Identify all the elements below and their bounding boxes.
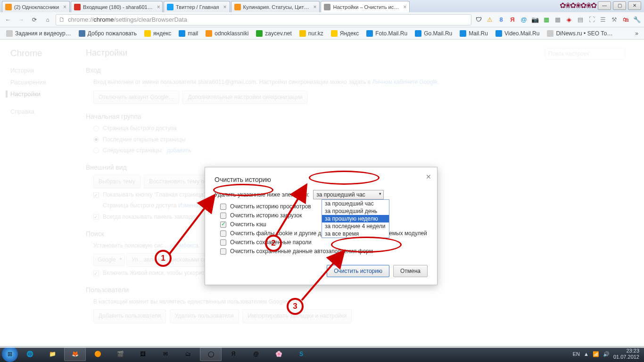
tray-chevron-icon[interactable]: ▲ [584, 351, 589, 357]
language-indicator[interactable]: EN [573, 351, 580, 357]
forward-button[interactable]: → [16, 15, 26, 25]
opt-passwords[interactable]: Очистить сохраненные пароли [220, 239, 428, 246]
bookmark-item[interactable]: Задания и видеоур… [3, 29, 74, 38]
ext-icon-b[interactable]: ▦ [553, 16, 562, 24]
tab-twitter[interactable]: Твиттер / Главная× [164, 1, 230, 12]
reload-button[interactable]: ⟳ [29, 15, 40, 25]
taskbar-app-a[interactable]: 🟠 [87, 347, 108, 361]
back-button[interactable]: ← [3, 15, 13, 25]
bookmark-item[interactable]: Mail.Ru [456, 29, 491, 38]
bookmark-item[interactable]: DiNews.ru • SEO То… [544, 29, 616, 38]
tab-label: Входящие (180) - shara601… [83, 4, 153, 10]
url-path: /settings/clearBrowserData [114, 16, 187, 23]
camera-icon[interactable]: 📷 [531, 16, 539, 24]
dd-option[interactable]: за прошедший час [322, 200, 389, 207]
dd-option[interactable]: за все время [322, 230, 389, 238]
tab-label: (2) Одноклассники [14, 4, 59, 10]
bookmark-item[interactable]: zaycev.net [253, 29, 295, 38]
bookmark-item[interactable]: Foto.Mail.Ru [363, 29, 411, 38]
yandex-icon[interactable]: Я [508, 16, 517, 24]
network-icon[interactable]: 📶 [593, 351, 599, 357]
tab-label: Кулинария. Статусы, Цит… [243, 4, 309, 10]
url-host: chrome [93, 16, 114, 23]
volume-icon[interactable]: 🔊 [603, 351, 610, 357]
google-icon[interactable]: 8 [497, 16, 505, 24]
tab-strip: (2) Одноклассники× Входящие (180) - shar… [0, 0, 644, 12]
time-range-dropdown[interactable]: за прошедший час [313, 190, 384, 199]
taskbar-explorer[interactable]: 📁 [41, 347, 63, 361]
close-icon[interactable]: × [63, 4, 66, 10]
taskbar-chrome[interactable]: ◯ [200, 347, 222, 361]
tab-label: Настройки – Очистить ис… [333, 4, 399, 10]
tab-label: Твиттер / Главная [176, 4, 219, 10]
dd-option[interactable]: за прошедший день [322, 207, 389, 215]
taskbar-ie[interactable]: 🌐 [19, 347, 41, 361]
minimize-button[interactable]: — [598, 1, 611, 10]
bookmark-item[interactable]: Video.Mail.Ru [492, 29, 543, 38]
dialog-close-button[interactable]: ✕ [426, 173, 431, 181]
dd-option[interactable]: за последние 4 недели [322, 222, 389, 230]
taskbar-app-b[interactable]: 🎬 [109, 347, 131, 361]
taskbar-app-c[interactable]: 🖼 [132, 347, 154, 361]
opt-autofill[interactable]: Очистить сохраненные данные автозаполнен… [220, 248, 428, 255]
omnibox[interactable]: 🗋 chrome://chrome/settings/clearBrowserD… [56, 14, 471, 25]
wrench-icon[interactable]: 🔧 [633, 16, 641, 24]
clear-history-dialog: Очистить историю ✕ Удалить указанные ниж… [205, 167, 438, 285]
toolbar-icons: 🛡 ⚠ 8 Я @ 📷 ▦ ▦ ◈ ▤ ⛶ ☰ ⚒ 🛍 🔧 [474, 16, 641, 24]
taskbar-firefox[interactable]: 🦊 [64, 347, 86, 361]
tab-settings[interactable]: Настройки – Очистить ис…× [321, 1, 410, 12]
mail-icon[interactable]: @ [520, 16, 528, 24]
taskbar: ⊞ 🌐 📁 🦊 🟠 🎬 🖼 ✉ 🗂 ◯ Я @ 🌸 S EN ▲ 📶 🔊 23:… [0, 346, 644, 362]
dropdown-label: Удалить указанные ниже элементы: [215, 191, 309, 198]
page-icon: 🗋 [59, 16, 65, 23]
dd-option[interactable]: за прошлую неделю [322, 215, 389, 222]
start-button[interactable]: ⊞ [2, 346, 18, 362]
bookmark-item[interactable]: Добро пожаловать [75, 29, 140, 38]
close-icon[interactable]: × [157, 4, 160, 10]
exclamation-icon[interactable]: ⚠ [486, 16, 494, 24]
ext-icon-d[interactable]: ▤ [576, 16, 585, 24]
ext-icon-e[interactable]: ⛶ [587, 16, 596, 24]
url-scheme: chrome:// [68, 16, 93, 23]
clock[interactable]: 23:23 01.07.2012 [613, 348, 639, 360]
ext-icon-a[interactable]: ▦ [542, 16, 551, 24]
bookmark-item[interactable]: mail [175, 29, 201, 38]
theme-decoration: ✿❀✿❀✿❀✿ [560, 1, 596, 10]
taskbar-skype[interactable]: S [290, 347, 312, 361]
bookmark-item[interactable]: яндекс [141, 29, 174, 38]
taskbar-mailru[interactable]: @ [245, 347, 267, 361]
bookmark-item[interactable]: Go.Mail.Ru [412, 29, 455, 38]
bookmark-item[interactable]: odnoklassniki [202, 29, 252, 38]
settings-page: Chrome История Расширения Настройки Спра… [0, 40, 644, 348]
time-range-options: за прошедший час за прошедший день за пр… [322, 199, 389, 238]
shield-icon[interactable]: 🛡 [474, 16, 483, 24]
dialog-title: Очистить историю [215, 176, 428, 183]
bookmark-overflow[interactable]: » [632, 30, 641, 37]
home-button[interactable]: ⌂ [42, 15, 53, 25]
ext-icon-h[interactable]: 🛍 [621, 16, 630, 24]
close-icon[interactable]: × [403, 4, 406, 10]
cancel-button[interactable]: Отмена [393, 265, 428, 277]
address-bar: ← → ⟳ ⌂ 🗋 chrome://chrome/settings/clear… [0, 12, 644, 27]
ext-icon-f[interactable]: ☰ [599, 16, 607, 24]
tab-cooking[interactable]: Кулинария. Статусы, Цит…× [231, 1, 320, 12]
close-icon[interactable]: × [313, 4, 316, 10]
close-icon[interactable]: × [223, 4, 227, 10]
taskbar-app-d[interactable]: ✉ [155, 347, 176, 361]
system-tray: EN ▲ 📶 🔊 23:23 01.07.2012 [573, 348, 642, 360]
bookmark-item[interactable]: nur.kz [296, 29, 327, 38]
window-close-button[interactable]: ✕ [628, 1, 641, 10]
taskbar-icq[interactable]: 🌸 [268, 347, 289, 361]
bookmark-item[interactable]: Яндекс [328, 29, 362, 38]
bookmark-bar: Задания и видеоур… Добро пожаловать янде… [0, 27, 644, 40]
clear-history-button[interactable]: Очистить историю [327, 265, 389, 277]
tab-gmail[interactable]: Входящие (180) - shara601…× [71, 1, 163, 12]
taskbar-yandex[interactable]: Я [223, 347, 244, 361]
ext-icon-g[interactable]: ⚒ [610, 16, 619, 24]
maximize-button[interactable]: ▢ [613, 1, 626, 10]
ext-icon-c[interactable]: ◈ [565, 16, 573, 24]
tab-odnoklassniki[interactable]: (2) Одноклассники× [2, 1, 70, 12]
taskbar-app-e[interactable]: 🗂 [177, 347, 199, 361]
